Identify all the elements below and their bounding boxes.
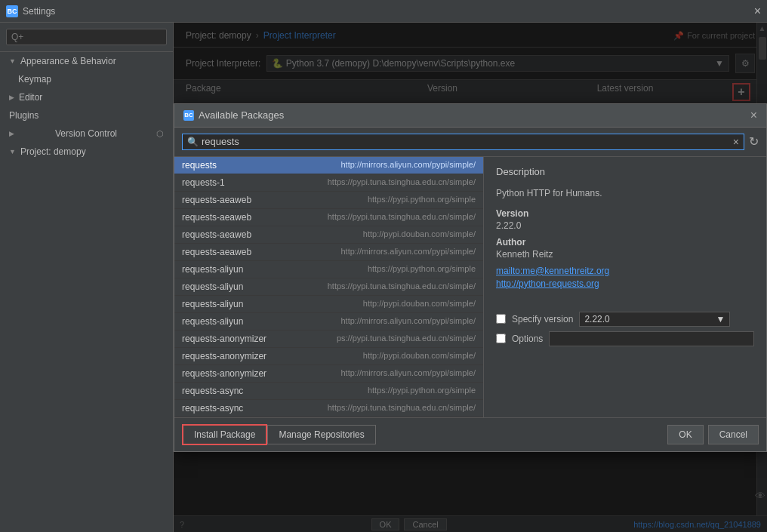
sidebar-item-project[interactable]: Project: demopy [0,143,173,161]
pkg-item-name: requests-aeaweb [182,195,251,205]
sidebar-item-appearance[interactable]: Appearance & Behavior [0,52,173,70]
sidebar-search-area [0,23,173,52]
sidebar-item-vcs[interactable]: Version Control ⬡ [0,125,173,143]
main-container: Appearance & Behavior Keymap Editor Plug… [0,23,767,532]
search-clear-button[interactable]: × [733,136,739,148]
modal-title: BC Available Packages [183,109,284,121]
list-item[interactable]: requests-aeaweb http://mirrors.aliyun.co… [174,244,483,261]
list-item[interactable]: requests-async https://pypi.python.org/s… [174,383,483,400]
pkg-item-url: http://pypi.douban.com/simple/ [363,229,476,240]
author-value: Kenneth Reitz [496,249,754,260]
modal-cancel-button[interactable]: Cancel [708,425,759,444]
pkg-item-name: requests-aliyun [182,316,243,327]
pkg-item-name: requests-1 [182,177,225,188]
sidebar-item-plugins[interactable]: Plugins [0,106,173,125]
list-item[interactable]: requests-aliyun https://pypi.python.org/… [174,261,483,278]
version-value: 2.22.0 [496,220,754,231]
close-button[interactable]: × [754,5,761,17]
pkg-item-url: https://pypi.tuna.tsinghua.edu.cn/simple… [328,177,476,188]
pkg-item-name: requests-anonymizer [182,351,266,361]
sidebar-item-keymap-label: Keymap [18,74,51,85]
package-list: requests http://mirrors.aliyun.com/pypi/… [174,157,484,417]
list-item[interactable]: requests http://mirrors.aliyun.com/pypi/… [174,157,483,174]
list-item[interactable]: requests-1 https://pypi.tuna.tsinghua.ed… [174,174,483,192]
modal-title-text: Available Packages [199,109,284,121]
modal-close-button[interactable]: × [750,109,757,122]
specify-version-checkbox[interactable] [496,314,506,324]
options-checkbox[interactable] [496,334,506,343]
pkg-item-url: https://pypi.tuna.tsinghua.edu.cn/simple… [328,403,476,414]
list-item[interactable]: requests-anonymizer http://mirrors.aliyu… [174,365,483,383]
modal-body: requests http://mirrors.aliyun.com/pypi/… [174,157,766,417]
app-icon: BC [6,5,18,17]
pkg-item-url: http://pypi.douban.com/simple/ [363,351,476,361]
pkg-item-url: http://mirrors.aliyun.com/pypi/simple/ [341,368,476,379]
list-item[interactable]: requests-anonymizer ps://pypi.tuna.tsing… [174,331,483,348]
version-dropdown-arrow-icon: ▼ [716,314,725,324]
pkg-item-name: requests [182,160,217,171]
list-item[interactable]: requests-aliyun https://pypi.tuna.tsingh… [174,278,483,296]
version-select[interactable]: 2.22.0 ▼ [579,312,730,327]
pkg-item-url: http://mirrors.aliyun.com/pypi/simple/ [341,316,476,327]
title-bar: BC Settings × [0,0,767,23]
modal-title-icon: BC [183,110,194,121]
specify-version-label: Specify version [512,314,573,324]
description-title: Description [496,166,754,177]
sidebar-item-keymap[interactable]: Keymap [0,70,173,88]
vcs-icon: ⬡ [156,129,164,139]
version-label: Version [496,208,754,219]
pkg-item-url: https://pypi.tuna.tsinghua.edu.cn/simple… [328,212,476,223]
list-item[interactable]: requests-aliyun http://mirrors.aliyun.co… [174,313,483,331]
homepage-link[interactable]: http://python-requests.org [496,278,754,289]
search-icon: 🔍 [187,137,199,147]
pkg-item-url: http://mirrors.aliyun.com/pypi/simple/ [341,160,476,171]
version-select-value: 2.22.0 [584,314,609,324]
sidebar-item-plugins-label: Plugins [9,110,39,121]
refresh-button[interactable]: ↻ [749,134,759,149]
list-item[interactable]: requests-anonymizer http://pypi.douban.c… [174,348,483,365]
sidebar-item-editor[interactable]: Editor [0,88,173,106]
options-label: Options [512,334,543,344]
pkg-item-url: https://pypi.tuna.tsinghua.edu.cn/simple… [328,281,476,292]
modal-overlay: BC Available Packages × 🔍 × ↻ [174,23,767,532]
list-item[interactable]: requests-aeaweb http://pypi.douban.com/s… [174,226,483,244]
pkg-item-name: requests-anonymizer [182,334,266,344]
sidebar-item-vcs-label: Version Control [55,128,117,139]
sidebar-search-input[interactable] [6,29,167,45]
options-row: Options [496,331,754,346]
search-input-wrap: 🔍 × [182,134,744,150]
list-item[interactable]: requests-aliyun http://pypi.douban.com/s… [174,296,483,313]
pkg-item-url: http://pypi.douban.com/simple/ [363,299,476,309]
list-item[interactable]: requests-aeaweb https://pypi.python.org/… [174,192,483,209]
pkg-item-name: requests-aliyun [182,264,243,275]
modal-actions: Install Package Manage Repositories OK C… [174,417,766,451]
pkg-item-name: requests-aeaweb [182,212,251,223]
mailto-link[interactable]: mailto:me@kennethreitz.org [496,266,754,276]
pkg-item-url: https://pypi.python.org/simple [368,195,476,205]
options-input[interactable] [549,331,754,346]
pkg-item-name: requests-aliyun [182,281,243,292]
package-search-input[interactable] [202,136,730,147]
modal-ok-button[interactable]: OK [667,425,703,444]
author-label: Author [496,237,754,248]
manage-repositories-button[interactable]: Manage Repositories [267,425,375,444]
install-package-button[interactable]: Install Package [182,424,267,445]
pkg-item-name: requests-async [182,386,243,396]
window-title: Settings [23,6,55,17]
pkg-item-url: http://mirrors.aliyun.com/pypi/simple/ [341,247,476,257]
pkg-item-name: requests-aeaweb [182,229,251,240]
list-item[interactable]: requests-async https://pypi.tuna.tsinghu… [174,400,483,417]
pkg-item-name: requests-aeaweb [182,247,251,257]
pkg-item-name: requests-aliyun [182,299,243,309]
pkg-item-name: requests-async [182,403,243,414]
modal-titlebar: BC Available Packages × [174,104,766,128]
sidebar-item-appearance-label: Appearance & Behavior [20,56,116,66]
available-packages-modal: BC Available Packages × 🔍 × ↻ [174,103,767,452]
sidebar-item-editor-label: Editor [19,92,42,103]
pkg-item-url: ps://pypi.tuna.tsinghua.edu.cn/simple/ [337,334,476,344]
pkg-item-url: https://pypi.python.org/simple [368,386,476,396]
pkg-item-url: https://pypi.python.org/simple [368,264,476,275]
list-item[interactable]: requests-aeaweb https://pypi.tuna.tsingh… [174,209,483,226]
modal-search-row: 🔍 × ↻ [174,128,766,157]
pkg-item-name: requests-anonymizer [182,368,266,379]
